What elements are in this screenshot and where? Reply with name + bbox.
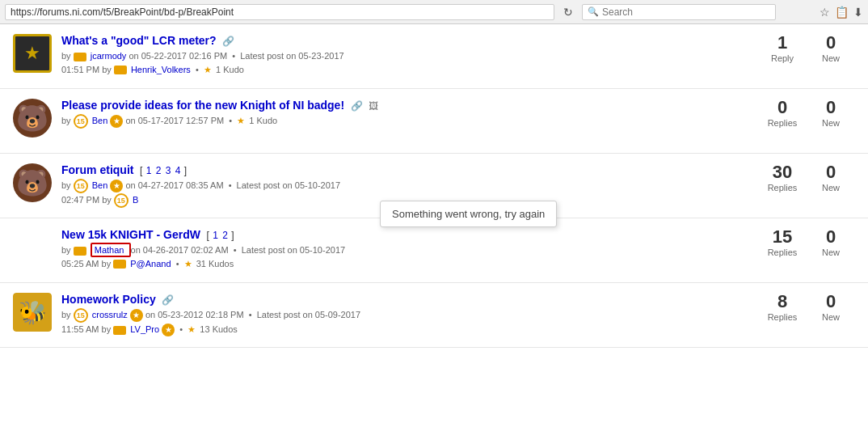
thread-content: What's a "good" LCR meter? 🔗 by jcarmody…: [61, 34, 750, 76]
thread-row: 🐝 Homework Policy 🔗 by 15 crossrulz ★ on…: [0, 283, 868, 348]
new-stat: 0 New: [807, 293, 855, 322]
latest-author-badge: [113, 326, 126, 335]
thread-title-link[interactable]: New 15k KNIGHT - GerdW: [61, 228, 200, 241]
new-label: New: [822, 312, 840, 322]
thread-stats: 15 Replies 0 New: [758, 228, 855, 257]
replies-label: Replies: [768, 183, 798, 192]
download-icon[interactable]: ⬇: [853, 6, 863, 19]
replies-label: Replies: [768, 118, 798, 128]
page-link-1[interactable]: 1: [146, 165, 152, 176]
author-highlight-box: Mathan: [91, 243, 131, 257]
author-rank-badge: 15: [74, 179, 88, 193]
search-icon: 🔍: [588, 6, 599, 17]
thread-meta: by 15 crossrulz ★ on 05-23-2012 02:18 PM…: [61, 308, 750, 336]
reload-button[interactable]: ↻: [559, 3, 577, 21]
thread-content: Please provide ideas for the new Knight …: [61, 99, 750, 129]
thread-meta: by 15 Ben ★ on 05-17-2017 12:57 PM • ★ 1…: [61, 114, 750, 129]
thread-stats: 0 Replies 0 New: [758, 99, 855, 128]
thread-title-link[interactable]: Please provide ideas for the new Knight …: [61, 99, 344, 112]
latest-author-link[interactable]: P@Anand: [130, 259, 171, 269]
latest-author-link[interactable]: B: [133, 195, 138, 205]
bookmark-icon[interactable]: ☆: [820, 6, 830, 19]
author-badge: [74, 53, 86, 61]
page-link-1[interactable]: 1: [213, 230, 218, 241]
thread-stats: 30 Replies 0 New: [758, 163, 855, 192]
avatar: 🐻: [13, 163, 52, 202]
thread-title-link[interactable]: Forum etiquit: [61, 163, 133, 176]
replies-count: 1: [777, 34, 787, 52]
author-badge: [74, 247, 86, 256]
kudo-star-icon: ★: [184, 259, 192, 269]
thread-title-link[interactable]: Homework Policy: [61, 293, 156, 306]
new-label: New: [822, 183, 840, 192]
page-link-2[interactable]: 2: [222, 230, 228, 241]
thread-row: What's a "good" LCR meter? 🔗 by jcarmody…: [0, 24, 868, 89]
new-count: 0: [826, 293, 836, 311]
new-count: 0: [826, 34, 836, 52]
author-rank-badge: 15: [74, 308, 88, 323]
thread-meta: by jcarmody on 05-22-2017 02:16 PM • Lat…: [61, 49, 750, 76]
avatar: [13, 228, 52, 267]
author-link[interactable]: crossrulz: [92, 310, 128, 319]
replies-count: 8: [777, 293, 787, 311]
browser-bar: ↻ 🔍 ☆ 📋 ⬇: [0, 0, 868, 24]
thread-row: 🐻 Please provide ideas for the new Knigh…: [0, 89, 868, 154]
author-link[interactable]: jcarmody: [91, 51, 127, 61]
new-stat: 0 New: [807, 99, 855, 128]
kudo-star-icon: ★: [237, 116, 245, 125]
author-link[interactable]: Ben: [92, 116, 108, 125]
thread-link-icon: 🔗: [351, 100, 363, 112]
latest-author-link[interactable]: Henrik_Volkers: [131, 65, 191, 74]
new-count: 0: [826, 228, 836, 246]
reading-list-icon[interactable]: 📋: [835, 6, 849, 19]
page-links: [ 1 2 ]: [207, 230, 234, 241]
author-medal-icon: ★: [130, 309, 143, 322]
avatar: 🐻: [13, 99, 52, 138]
url-input[interactable]: [5, 4, 554, 20]
replies-label: Reply: [771, 53, 794, 63]
thread-link-icon: 🔗: [162, 294, 174, 306]
new-label: New: [822, 118, 840, 128]
new-label: New: [822, 53, 840, 63]
replies-stat: 1 Reply: [758, 34, 807, 63]
browser-search-box: 🔍: [582, 4, 776, 20]
replies-stat: 8 Replies: [758, 293, 807, 322]
latest-author-badge: [114, 66, 127, 74]
thread-stats: 8 Replies 0 New: [758, 293, 855, 322]
page-link-4[interactable]: 4: [175, 165, 181, 176]
new-stat: 0 New: [807, 34, 855, 63]
author-link[interactable]: Mathan: [95, 245, 124, 255]
thread-content: Homework Policy 🔗 by 15 crossrulz ★ on 0…: [61, 293, 750, 336]
avatar: 🐝: [13, 293, 52, 332]
thread-image-icon: 🖼: [369, 100, 378, 112]
kudo-star-icon: ★: [188, 324, 196, 334]
new-stat: 0 New: [807, 163, 855, 192]
thread-stats: 1 Reply 0 New: [758, 34, 855, 63]
page-links: [ 1 2 3 4 ]: [140, 165, 187, 176]
kudo-star-icon: ★: [204, 65, 212, 74]
replies-count: 30: [773, 163, 792, 181]
replies-count: 15: [773, 228, 792, 246]
thread-row: New 15k KNIGHT - GerdW [ 1 2 ] by Mathan…: [0, 218, 868, 283]
author-link[interactable]: Ben: [92, 180, 108, 190]
replies-label: Replies: [768, 312, 798, 322]
browser-action-icons: ☆ 📋 ⬇: [820, 6, 863, 19]
replies-label: Replies: [768, 248, 798, 257]
replies-stat: 15 Replies: [758, 228, 807, 257]
thread-content: New 15k KNIGHT - GerdW [ 1 2 ] by Mathan…: [61, 228, 750, 270]
author-medal-icon: ★: [110, 115, 123, 128]
replies-stat: 30 Replies: [758, 163, 807, 192]
page-link-3[interactable]: 3: [166, 165, 171, 176]
browser-search-input[interactable]: [602, 6, 770, 18]
page-link-2[interactable]: 2: [156, 165, 162, 176]
author-rank-badge: 15: [74, 114, 88, 129]
latest-author-badge: [113, 260, 126, 269]
new-count: 0: [826, 99, 836, 116]
new-stat: 0 New: [807, 228, 855, 257]
thread-link-icon: 🔗: [222, 36, 234, 47]
latest-author-link[interactable]: LV_Pro: [130, 324, 159, 334]
new-label: New: [822, 248, 840, 257]
replies-count: 0: [777, 99, 787, 116]
thread-title-link[interactable]: What's a "good" LCR meter?: [61, 34, 217, 47]
error-tooltip: Something went wrong, try again: [380, 201, 557, 227]
